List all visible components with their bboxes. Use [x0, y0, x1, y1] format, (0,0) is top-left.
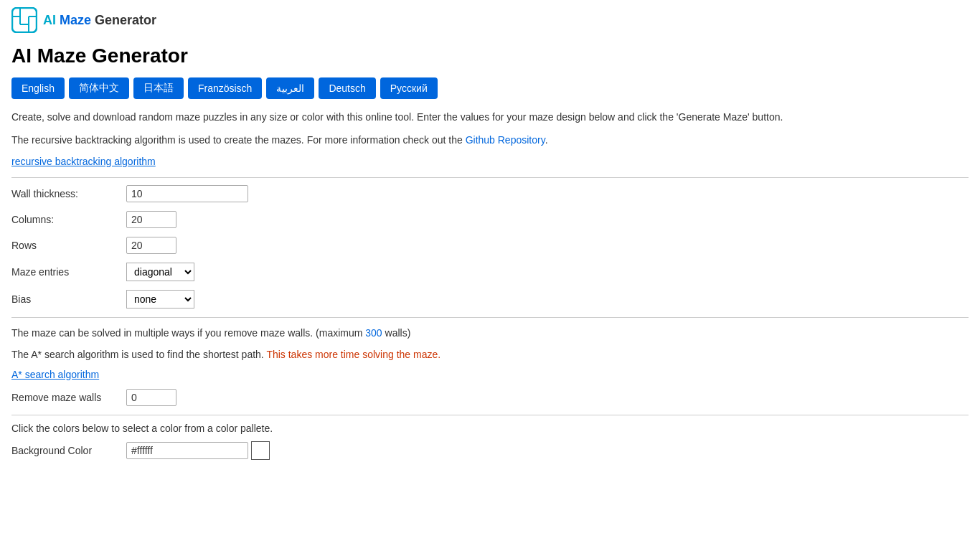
divider-2 [11, 317, 969, 318]
rows-input[interactable] [126, 237, 176, 254]
remove-walls-label: Remove maze walls [11, 392, 126, 403]
divider-1 [11, 177, 969, 178]
solve-text-2: The A* search algorithm is used to find … [11, 347, 969, 362]
description-line2: The recursive backtracking algorithm is … [11, 132, 969, 148]
bg-color-input[interactable] [126, 442, 248, 459]
columns-input[interactable] [126, 211, 176, 228]
rows-label: Rows [11, 240, 126, 251]
bg-color-label: Background Color [11, 445, 126, 456]
lang-btn-russian[interactable]: Русский [380, 77, 438, 99]
algorithm-link-container: recursive backtracking algorithm [11, 156, 969, 167]
lang-btn-french[interactable]: Französisch [188, 77, 262, 99]
github-repo-link[interactable]: Github Repository [466, 134, 545, 146]
solve-text-1: The maze can be solved in multiple ways … [11, 325, 969, 341]
maze-settings-form: Wall thickness: Columns: Rows Maze entri… [11, 185, 969, 309]
logo-generator: Generator [91, 13, 156, 27]
bias-row: Bias none horizontal vertical [11, 290, 969, 309]
logo-maze: Maze [56, 13, 91, 27]
bias-label: Bias [11, 293, 126, 305]
maze-entries-row: Maze entries diagonal horizontal vertica… [11, 263, 969, 281]
rows-row: Rows [11, 237, 969, 254]
recursive-backtracking-link[interactable]: recursive backtracking algorithm [11, 156, 156, 167]
bg-color-row: Background Color [11, 441, 969, 460]
desc-line2-post: . [545, 134, 548, 146]
divider-3 [11, 415, 969, 415]
wall-thickness-row: Wall thickness: [11, 185, 969, 202]
wall-thickness-label: Wall thickness: [11, 188, 126, 199]
lang-btn-german[interactable]: Deutsch [319, 77, 375, 99]
columns-row: Columns: [11, 211, 969, 228]
logo-ai: AI [43, 13, 56, 27]
solve-text-1-post: walls) [382, 327, 411, 339]
remove-walls-input[interactable] [126, 389, 176, 406]
astar-link-container: A* search algorithm [11, 369, 969, 380]
lang-btn-japanese[interactable]: 日本語 [133, 77, 184, 99]
desc-line2-pre: The recursive backtracking algorithm is … [11, 134, 466, 146]
lang-btn-chinese[interactable]: 简体中文 [69, 77, 129, 99]
lang-btn-arabic[interactable]: العربية [266, 77, 314, 99]
solve-section: The maze can be solved in multiple ways … [11, 325, 969, 406]
lang-btn-english[interactable]: English [11, 77, 65, 99]
description-line1: Create, solve and download random maze p… [11, 109, 969, 125]
color-hint-span: Click the colors below to select a color… [11, 423, 273, 434]
logo-text: AI Maze Generator [43, 13, 156, 28]
desc-line1-text: Create, solve and download random maze p… [11, 111, 783, 123]
wall-thickness-input[interactable] [126, 185, 248, 202]
language-buttons: English 简体中文 日本語 Französisch العربية Deu… [11, 77, 969, 99]
logo-icon [11, 7, 37, 33]
page-title: AI Maze Generator [11, 44, 969, 67]
solve-text-1-num: 300 [365, 327, 382, 339]
bias-select[interactable]: none horizontal vertical [126, 290, 194, 309]
maze-entries-select[interactable]: diagonal horizontal vertical none [126, 263, 194, 281]
solve-text-1-pre: The maze can be solved in multiple ways … [11, 327, 365, 339]
solve-text-2-pre: The A* search algorithm is used to find … [11, 349, 266, 360]
svg-rect-0 [12, 8, 37, 32]
color-hint-text: Click the colors below to select a color… [11, 423, 969, 434]
solve-text-2-highlight: This takes more time solving the maze. [266, 349, 440, 360]
bg-color-swatch[interactable] [251, 441, 270, 460]
maze-entries-label: Maze entries [11, 266, 126, 278]
columns-label: Columns: [11, 214, 126, 225]
astar-link[interactable]: A* search algorithm [11, 369, 99, 380]
color-section: Click the colors below to select a color… [11, 423, 969, 460]
remove-walls-row: Remove maze walls [11, 389, 969, 406]
header: AI Maze Generator [11, 7, 969, 33]
